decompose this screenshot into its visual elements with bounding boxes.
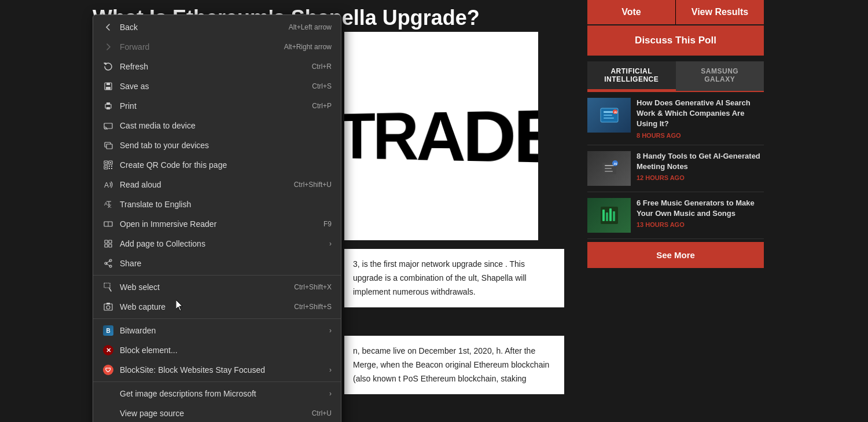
menu-cast-label: Cast media to device — [120, 121, 332, 130]
menu-item-back[interactable]: Back Alt+Left arrow — [93, 17, 341, 37]
svg-rect-34 — [109, 168, 110, 169]
menu-collections-label: Add page to Collections — [120, 239, 325, 248]
svg-rect-9 — [605, 171, 613, 172]
svg-rect-14 — [606, 212, 608, 221]
menu-item-refresh[interactable]: Refresh Ctrl+R — [93, 57, 341, 76]
menu-item-bitwarden[interactable]: B Bitwarden › — [93, 321, 341, 340]
context-menu: Back Alt+Left arrow Forward Alt+Right ar… — [93, 14, 341, 422]
poll-buttons: Vote View Results — [587, 0, 764, 24]
svg-line-50 — [106, 260, 111, 263]
svg-rect-22 — [106, 107, 110, 109]
news-thumb-2: AI — [587, 151, 631, 186]
svg-rect-15 — [609, 208, 612, 221]
menu-web-select-label: Web select — [120, 282, 294, 292]
news-item-2[interactable]: AI 8 Handy Tools to Get AI-Generated Mee… — [587, 145, 764, 192]
menu-item-collections[interactable]: Add page to Collections › — [93, 234, 341, 254]
cast-icon — [102, 120, 114, 131]
menu-item-immersive-reader[interactable]: Open in Immersive Reader F9 — [93, 214, 341, 234]
menu-item-blocksite[interactable]: 🛡 BlockSite: Block Websites Stay Focused… — [93, 360, 341, 380]
menu-item-web-capture[interactable]: Web capture Ctrl+Shift+S — [93, 297, 341, 317]
article-content-1: 3, is the first major network upgrade si… — [344, 249, 564, 307]
menu-print-label: Print — [120, 101, 312, 111]
svg-rect-45 — [105, 244, 108, 247]
menu-item-send-tab[interactable]: Send tab to your devices — [93, 135, 341, 155]
read-aloud-icon: A — [102, 179, 114, 190]
svg-rect-25 — [106, 144, 112, 149]
svg-text:文: 文 — [108, 204, 112, 208]
bitwarden-submenu-arrow: › — [329, 326, 332, 335]
menu-item-block-element[interactable]: ✕ Block element... — [93, 340, 341, 360]
svg-rect-35 — [111, 168, 112, 169]
menu-blocksite-label: BlockSite: Block Websites Stay Focused — [120, 365, 325, 375]
svg-rect-30 — [110, 162, 111, 163]
menu-immersive-shortcut: F9 — [323, 220, 332, 228]
svg-text:AI: AI — [613, 162, 617, 166]
svg-point-54 — [106, 306, 110, 309]
menu-item-forward[interactable]: Forward Alt+Right arrow — [93, 37, 341, 57]
see-more-button[interactable]: See More — [587, 242, 764, 268]
menu-item-read-aloud[interactable]: A Read aloud Ctrl+Shift+U — [93, 175, 341, 195]
menu-divider-2 — [93, 318, 341, 319]
back-arrow-icon — [102, 21, 114, 33]
block-element-icon: ✕ — [102, 344, 114, 356]
menu-forward-label: Forward — [120, 42, 284, 52]
svg-rect-23 — [104, 123, 112, 129]
menu-refresh-shortcut: Ctrl+R — [312, 63, 332, 71]
menu-divider-3 — [93, 381, 341, 382]
menu-view-source-label: View page source — [120, 409, 312, 418]
menu-read-aloud-shortcut: Ctrl+Shift+U — [294, 181, 332, 189]
menu-view-source-shortcut: Ctrl+U — [312, 409, 332, 417]
svg-rect-7 — [605, 165, 614, 166]
menu-web-select-shortcut: Ctrl+Shift+X — [294, 283, 332, 291]
svg-rect-43 — [105, 240, 108, 243]
immersive-reader-icon — [102, 218, 114, 230]
tab-samsung[interactable]: SAMSUNGGALAXY — [676, 61, 764, 91]
menu-item-web-select[interactable]: Web select Ctrl+Shift+X — [93, 277, 341, 297]
news-item-1[interactable]: AI How Does Generative AI Search Work & … — [587, 92, 764, 145]
menu-save-label: Save as — [120, 82, 312, 91]
discuss-poll-button[interactable]: Discuss This Poll — [587, 25, 764, 56]
menu-item-qr-code[interactable]: Create QR Code for this page — [93, 155, 341, 175]
menu-forward-shortcut: Alt+Right arrow — [284, 43, 332, 51]
menu-refresh-label: Refresh — [120, 62, 312, 71]
collections-submenu-arrow: › — [329, 240, 332, 248]
svg-rect-2 — [604, 115, 612, 116]
news-item-3[interactable]: 6 Free Music Generators to Make Your Own… — [587, 192, 764, 239]
right-sidebar: Vote View Results Discuss This Poll ARTI… — [587, 0, 764, 268]
svg-rect-8 — [605, 168, 612, 169]
save-icon — [102, 80, 114, 92]
news-thumb-1: AI — [587, 98, 631, 133]
news-title-2: 8 Handy Tools to Get AI-Generated Meetin… — [637, 151, 764, 172]
news-title-3: 6 Free Music Generators to Make Your Own… — [637, 198, 764, 219]
news-thumb-3 — [587, 198, 631, 233]
svg-text:AI: AI — [614, 111, 617, 114]
menu-item-save-as[interactable]: Save as Ctrl+S — [93, 76, 341, 96]
send-tab-icon — [102, 140, 114, 151]
blocksite-submenu-arrow: › — [329, 366, 332, 374]
menu-item-cast[interactable]: Cast media to device — [93, 116, 341, 135]
menu-item-translate[interactable]: A文 Translate to English — [93, 195, 341, 214]
news-time-3: 13 HOURS AGO — [637, 221, 764, 228]
menu-send-tab-label: Send tab to your devices — [120, 141, 332, 150]
menu-save-shortcut: Ctrl+S — [312, 82, 332, 90]
vote-button[interactable]: Vote — [587, 0, 676, 24]
view-results-button[interactable]: View Results — [676, 0, 764, 24]
forward-arrow-icon — [102, 41, 114, 53]
svg-rect-19 — [106, 87, 111, 90]
menu-read-aloud-label: Read aloud — [120, 180, 294, 189]
menu-immersive-reader-label: Open in Immersive Reader — [120, 219, 323, 229]
tab-ai[interactable]: ARTIFICIALINTELLIGENCE — [587, 61, 676, 91]
menu-item-share[interactable]: Share — [93, 254, 341, 273]
news-time-2: 12 HOURS AGO — [637, 174, 764, 181]
menu-item-print[interactable]: Print Ctrl+P — [93, 96, 341, 116]
menu-item-view-source[interactable]: View page source Ctrl+U — [93, 403, 341, 422]
svg-rect-3 — [604, 118, 614, 119]
share-icon — [102, 258, 114, 269]
menu-qr-label: Create QR Code for this page — [120, 160, 332, 170]
menu-translate-label: Translate to English — [120, 200, 332, 209]
menu-block-element-label: Block element... — [120, 346, 332, 355]
menu-item-image-descriptions[interactable]: Get image descriptions from Microsoft › — [93, 384, 341, 403]
print-icon — [102, 100, 114, 112]
article-image-text: TRADE — [344, 98, 538, 174]
menu-divider-1 — [93, 275, 341, 276]
